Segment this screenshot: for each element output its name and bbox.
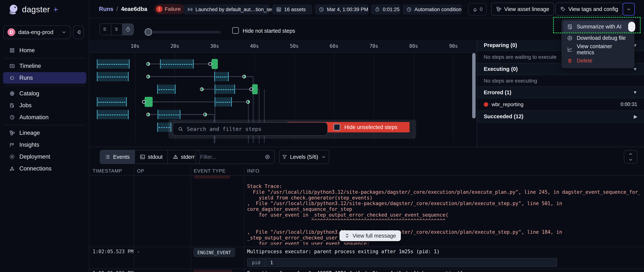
sidebar-item-label: Home — [20, 47, 35, 54]
sidebar-item-connections[interactable]: Connections — [3, 163, 86, 174]
sidebar-item-lineage[interactable]: Lineage — [3, 127, 86, 139]
step-bar-not-started[interactable] — [160, 59, 194, 69]
lineage-icon — [496, 6, 502, 12]
column-header: OP — [137, 168, 144, 174]
clear-icon[interactable] — [264, 154, 270, 160]
breadcrumb-runs-link[interactable]: Runs — [99, 6, 114, 12]
run-tag-label: 0:01:25 — [383, 7, 400, 12]
caret-right-icon[interactable]: ▶ — [634, 114, 637, 119]
sidebar-item-label: Runs — [20, 75, 33, 81]
step-bar-not-started[interactable] — [214, 72, 229, 81]
step-bar-succeeded[interactable] — [144, 97, 152, 107]
menu-item-delete[interactable]: Delete — [563, 55, 633, 66]
step-status-dot — [484, 102, 488, 107]
step-bar-not-started[interactable] — [97, 97, 127, 107]
log-filter-input[interactable]: Filter... — [196, 150, 275, 164]
funnel-icon — [282, 154, 287, 160]
flat-view-button[interactable] — [100, 24, 111, 35]
gantt-scrollbar[interactable] — [472, 53, 476, 119]
tab-stderr[interactable]: stderr — [168, 150, 200, 164]
step-search-input[interactable]: Search and filter steps — [172, 122, 328, 136]
sidebar-item-label: Timeline — [20, 63, 41, 69]
view-full-message-button[interactable]: View full message — [340, 230, 401, 241]
menu-item-download-debug-file[interactable]: Download debug file — [563, 32, 633, 44]
logo-text: dagster — [22, 5, 50, 14]
flat-list-icon — [102, 27, 108, 32]
events-table-header: TIMESTAMPOPEVENT TYPEINFO — [89, 166, 644, 175]
status-panel-filler — [477, 123, 644, 147]
view-tags-config-button[interactable]: View tags and config — [555, 2, 623, 16]
hide-unselected-checkbox[interactable] — [334, 124, 340, 131]
hide-not-started-checkbox[interactable] — [232, 27, 239, 34]
status-section-header[interactable]: Errored (1)▼ — [477, 87, 644, 98]
event-metadata-table: pid 1 — [247, 258, 557, 267]
status-label: Preparing (0) — [484, 42, 517, 48]
tab-events[interactable]: Events — [100, 150, 135, 164]
dagster-logo: dagster + — [8, 4, 58, 15]
sidebar-item-runs[interactable]: Runs — [3, 72, 86, 84]
step-marker — [200, 87, 204, 91]
sidebar-divider — [4, 58, 85, 58]
sidebar-item-deployment[interactable]: Deployment — [3, 151, 86, 162]
sidebar-collapse-button[interactable] — [73, 25, 84, 39]
errored-step-row[interactable]: wbr_reporting0:00:31 — [477, 98, 644, 111]
home-icon — [9, 48, 15, 53]
tab-label: stderr — [181, 154, 195, 160]
chevron-down-icon — [61, 29, 67, 35]
step-duration: 0:00:31 — [620, 102, 637, 107]
warning-icon — [173, 154, 178, 160]
run-tag-pill: Launched by default_aut…tion_sensor — [184, 4, 270, 14]
workspace-name: data-eng-prod — [18, 29, 58, 35]
sidebar-divider — [4, 125, 85, 125]
event-type-badge: RUN_FAILURE — [193, 270, 232, 272]
sidebar-item-label: Automation — [20, 114, 49, 121]
topbar: Runs / 4eae6dba ! Failure Launched by de… — [89, 0, 644, 18]
step-bar-succeeded[interactable] — [212, 59, 218, 69]
workspace-selector[interactable]: D data-eng-prod — [3, 25, 71, 39]
sidebar-item-catalog[interactable]: Catalog — [3, 88, 86, 99]
waterfall-view-button[interactable] — [111, 24, 122, 35]
sidebar: dagster + D data-eng-prod HomeTimelineRu… — [0, 0, 89, 272]
timeline-icon — [9, 63, 15, 69]
sensor-icon — [187, 7, 193, 12]
sidebar-item-automation[interactable]: Automation — [3, 112, 86, 123]
timed-view-button[interactable] — [122, 24, 134, 35]
chevron-down-icon — [321, 154, 326, 160]
run-tag-pill: Mar 4, 1:00:39 PM — [315, 4, 368, 14]
sidebar-item-timeline[interactable]: Timeline — [3, 60, 86, 72]
menu-item-label: Delete — [577, 58, 592, 64]
levels-dropdown[interactable]: Levels (5/6) — [279, 150, 329, 164]
trash-icon — [567, 58, 573, 64]
stopwatch-icon — [374, 7, 380, 12]
view-asset-lineage-button[interactable]: View asset lineage — [491, 2, 554, 16]
run-actions-dropdown-button[interactable] — [622, 3, 635, 16]
step-bar-not-started[interactable] — [97, 110, 129, 119]
step-bar-not-started[interactable] — [215, 85, 235, 94]
run-tag-label: 16 assets — [284, 7, 306, 12]
sidebar-item-insights[interactable]: Insights — [3, 139, 86, 150]
sidebar-item-home[interactable]: Home — [3, 45, 86, 56]
step-bar-not-started[interactable] — [158, 110, 180, 119]
zoom-slider-track[interactable] — [146, 31, 221, 33]
step-bar-not-started[interactable] — [157, 85, 176, 94]
run-actions-menu: Summarize with AIDownload debug fileView… — [562, 19, 634, 68]
tag-icon — [560, 6, 566, 12]
expand-panel-button[interactable] — [624, 150, 637, 164]
axis-tick-label: 30s — [210, 43, 219, 49]
log-tabs: Eventsstdoutstderr — [100, 150, 200, 164]
status-label: No steps are waiting to execute — [484, 54, 556, 60]
tab-stdout[interactable]: stdout — [135, 150, 168, 164]
step-bar-not-started[interactable] — [97, 72, 129, 81]
status-section-header[interactable]: Succeeded (12)▶ — [477, 111, 644, 123]
status-badge: ! Failure — [154, 4, 185, 14]
menu-item-summarize-with-ai[interactable]: Summarize with AI — [563, 21, 633, 32]
caret-down-icon[interactable]: ▼ — [633, 90, 637, 95]
notifications-button[interactable]: 0 — [468, 3, 487, 15]
gantt-gridline — [453, 53, 454, 142]
sidebar-item-jobs[interactable]: Jobs — [3, 100, 86, 111]
stopwatch-icon — [125, 27, 131, 32]
step-bar-not-started[interactable] — [97, 59, 130, 69]
menu-item-view-container-metrics[interactable]: View container metrics — [563, 44, 633, 55]
step-bar-not-started[interactable] — [215, 97, 232, 107]
zoom-slider-knob[interactable] — [144, 28, 152, 36]
